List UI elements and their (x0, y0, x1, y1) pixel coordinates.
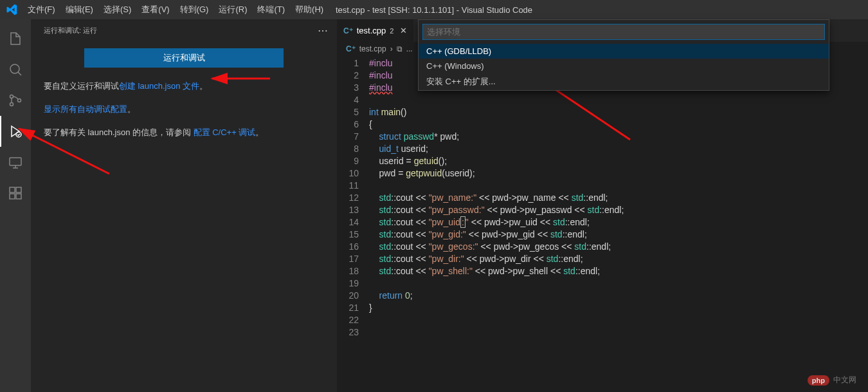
menu-bar: 文件(F)编辑(E)选择(S)查看(V)转到(G)运行(R)终端(T)帮助(H) (23, 0, 329, 19)
watermark: php 中文网 (808, 375, 856, 386)
sidebar-learn-prefix: 要了解有关 launch.json 的信息，请参阅 (44, 127, 194, 137)
cpp-file-icon: C⁺ (343, 26, 353, 35)
menu-item[interactable]: 帮助(H) (290, 0, 329, 19)
menu-item[interactable]: 编辑(E) (60, 0, 98, 19)
configure-cpp-debug-link[interactable]: 配置 C/C++ 调试 (194, 127, 256, 137)
title-bar: 文件(F)编辑(E)选择(S)查看(V)转到(G)运行(R)终端(T)帮助(H)… (0, 0, 868, 19)
activity-files-icon[interactable] (0, 23, 31, 54)
svg-point-0 (10, 64, 19, 73)
svg-point-4 (18, 99, 21, 102)
activity-remote-icon[interactable] (0, 147, 31, 178)
activity-run-debug-icon[interactable] (0, 116, 31, 147)
editor-area: C⁺ test.cpp 2 ✕ C⁺ test.cpp › ⧉ ... 1234… (337, 19, 868, 392)
environment-option[interactable]: C++ (GDB/LLDB) (419, 44, 829, 59)
tab-modified-indicator: 2 (390, 27, 393, 35)
tab-label: test.cpp (357, 26, 386, 35)
activity-extensions-icon[interactable] (0, 178, 31, 209)
line-number-gutter: 1234567891011121314151617181920212223 (337, 57, 369, 392)
watermark-text: 中文网 (833, 375, 856, 386)
code-editor[interactable]: 1234567891011121314151617181920212223 #i… (337, 56, 868, 392)
menu-item[interactable]: 运行(R) (213, 0, 252, 19)
activity-bar (0, 19, 31, 392)
menu-item[interactable]: 查看(V) (136, 0, 174, 19)
chevron-right-icon: › (390, 44, 393, 53)
sidebar-custom-prefix: 要自定义运行和调试 (44, 81, 119, 91)
cpp-file-icon: C⁺ (346, 44, 356, 53)
environment-picker: C++ (GDB/LLDB)C++ (Windows)安装 C++ 的扩展... (418, 19, 829, 91)
sidebar-custom-text: 要自定义运行和调试创建 launch.json 文件。 (44, 78, 324, 95)
run-and-debug-button[interactable]: 运行和调试 (84, 48, 284, 68)
breadcrumb-file: test.cpp (359, 44, 386, 53)
environment-option[interactable]: C++ (Windows) (419, 59, 829, 73)
sidebar-title: 运行和调试: 运行 (44, 26, 97, 35)
sidebar-header: 运行和调试: 运行 ⋯ (31, 19, 337, 42)
svg-rect-12 (16, 187, 21, 192)
svg-line-1 (18, 72, 21, 75)
activity-search-icon[interactable] (0, 54, 31, 85)
breadcrumb-ellipsis: ... (406, 44, 413, 53)
code-content[interactable]: #inclu#inclu#incluint main(){ struct pas… (369, 57, 868, 392)
sidebar-custom-suffix: 。 (199, 81, 208, 91)
menu-item[interactable]: 转到(G) (175, 0, 214, 19)
svg-rect-10 (10, 194, 15, 199)
svg-rect-11 (16, 194, 21, 199)
menu-item[interactable]: 终端(T) (252, 0, 290, 19)
environment-picker-list: C++ (GDB/LLDB)C++ (Windows)安装 C++ 的扩展... (419, 44, 829, 90)
close-icon[interactable]: ✕ (400, 26, 407, 35)
menu-item[interactable]: 文件(F) (23, 0, 60, 19)
symbol-icon: ⧉ (397, 44, 402, 53)
sidebar-run-debug: 运行和调试: 运行 ⋯ 运行和调试 要自定义运行和调试创建 launch.jso… (31, 19, 337, 392)
sidebar-learn-suffix: 。 (255, 127, 264, 137)
svg-rect-6 (10, 158, 21, 165)
sidebar-showall-text: 显示所有自动调试配置。 (44, 101, 324, 118)
sidebar-showall-suffix: 。 (127, 104, 136, 114)
environment-option[interactable]: 安装 C++ 的扩展... (419, 73, 829, 90)
vscode-icon (0, 4, 23, 15)
show-all-configs-link[interactable]: 显示所有自动调试配置 (44, 104, 127, 114)
activity-source-control-icon[interactable] (0, 85, 31, 116)
menu-item[interactable]: 选择(S) (98, 0, 136, 19)
watermark-pill: php (808, 375, 829, 386)
sidebar-learn-text: 要了解有关 launch.json 的信息，请参阅 配置 C/C++ 调试。 (44, 124, 324, 141)
svg-point-3 (10, 103, 14, 106)
create-launch-json-link[interactable]: 创建 launch.json 文件 (119, 81, 199, 91)
more-actions-icon[interactable]: ⋯ (318, 24, 329, 37)
svg-point-2 (10, 95, 14, 98)
environment-picker-input[interactable] (422, 24, 825, 40)
svg-rect-9 (10, 187, 15, 192)
tab-test-cpp[interactable]: C⁺ test.cpp 2 ✕ (337, 19, 414, 42)
